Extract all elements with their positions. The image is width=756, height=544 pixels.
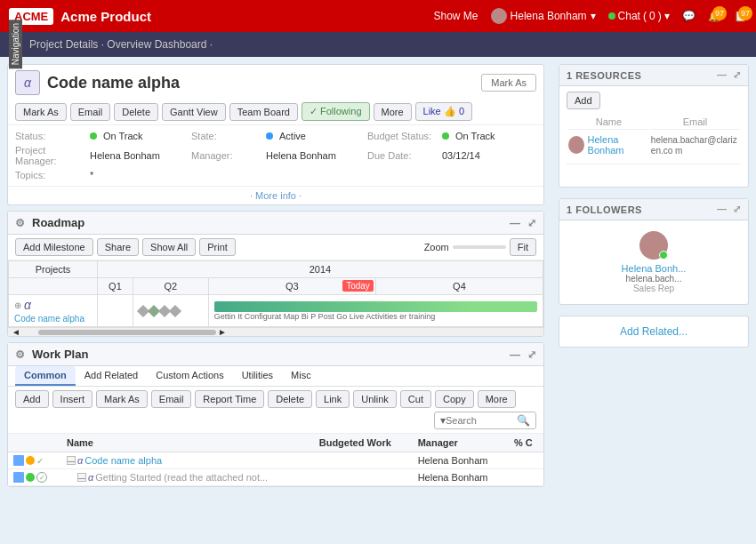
scroll-left-icon[interactable]: ◄: [12, 327, 20, 337]
collapse-button[interactable]: —: [67, 456, 76, 465]
gantt-bar: [214, 301, 537, 312]
like-button[interactable]: Like 👍 0: [415, 102, 472, 121]
wp-mark-as-button[interactable]: Mark As: [96, 390, 148, 408]
zoom-slider[interactable]: [453, 245, 506, 249]
add-related-button[interactable]: Add Related...: [620, 325, 688, 338]
chat-link[interactable]: Chat (0) ▾: [608, 10, 670, 22]
breadcrumb: Project Details · Overview Dashboard ·: [29, 38, 213, 51]
wp-insert-button[interactable]: Insert: [52, 390, 93, 408]
badge-1[interactable]: 🔔97: [708, 10, 721, 22]
project-name-link[interactable]: Code name alpha: [14, 314, 92, 324]
followers-controls: — ⤢: [717, 204, 741, 215]
row-icon-2: [26, 456, 35, 465]
followers-minimize-icon[interactable]: —: [717, 204, 728, 215]
wp-report-time-button[interactable]: Report Time: [195, 390, 264, 408]
roadmap-minimize-icon[interactable]: —: [510, 217, 520, 229]
user-menu[interactable]: Helena Bonham ▾: [491, 8, 596, 24]
q2-cell: [133, 295, 208, 327]
resource-name-link[interactable]: Helena Bonham: [588, 134, 649, 156]
q3-header: Q3 Today: [208, 278, 375, 295]
wp-unlink-button[interactable]: Unlink: [353, 390, 397, 408]
share-button[interactable]: Share: [97, 238, 139, 256]
item-text-2: Getting Started (read the attached not..…: [95, 472, 268, 483]
fit-button[interactable]: Fit: [510, 238, 536, 256]
mark-as-button[interactable]: Mark As: [15, 103, 67, 121]
wp-email-button[interactable]: Email: [151, 390, 192, 408]
wp-more-button[interactable]: More: [478, 390, 516, 408]
chat-status-dot: [608, 12, 615, 20]
add-resource-button[interactable]: Add: [567, 92, 600, 109]
collapse-button-2[interactable]: —: [77, 473, 86, 482]
main-layout: α Code name alpha Mark As Mark As Email …: [0, 57, 756, 544]
roadmap-expand-icon[interactable]: ⤢: [527, 217, 536, 229]
print-button[interactable]: Print: [199, 238, 236, 256]
scroll-thumb[interactable]: [38, 330, 216, 335]
followers-header: 1 FOLLOWERS — ⤢: [559, 199, 748, 220]
project-details-card: α Code name alpha Mark As Mark As Email …: [7, 64, 544, 205]
wp-add-button[interactable]: Add: [15, 390, 49, 408]
email-button[interactable]: Email: [70, 103, 111, 121]
wp-cut-button[interactable]: Cut: [400, 390, 431, 408]
row-name-cell: — α Code name alpha: [61, 452, 314, 469]
wp-link-button[interactable]: Link: [316, 390, 350, 408]
project-manager-field: Project Manager: Helena Bonham: [15, 145, 184, 166]
manager-field: Manager: Helena Bonham: [191, 145, 360, 166]
tab-utilities[interactable]: Utilities: [233, 366, 282, 386]
nav-right: Show Me Helena Bonham ▾ Chat (0) ▾ 💬 🔔97…: [434, 8, 747, 24]
badge-2[interactable]: 📋97: [734, 10, 747, 22]
q1-cell: [98, 295, 133, 327]
workplan-gear-icon[interactable]: ⚙: [15, 348, 25, 361]
tab-misc[interactable]: Misc: [282, 366, 320, 386]
tab-custom-actions[interactable]: Custom Actions: [147, 366, 232, 386]
wp-delete-button[interactable]: Delete: [268, 390, 312, 408]
following-button[interactable]: ✓ Following: [302, 102, 370, 121]
empty-col: [9, 278, 98, 295]
due-date-field: Due Date: 03/12/14: [367, 145, 536, 166]
roadmap-content: Projects 2014 Q1 Q2 Q3: [8, 260, 543, 327]
table-row: ✓ — α Getting Started (read the attached…: [8, 469, 543, 486]
notifications-icon[interactable]: 💬: [682, 10, 696, 22]
milestone-4[interactable]: [169, 304, 181, 316]
pct-cell-2: [509, 469, 543, 486]
gantt-view-button[interactable]: Gantt View: [162, 103, 226, 121]
wp-copy-button[interactable]: Copy: [435, 390, 474, 408]
tab-common[interactable]: Common: [15, 366, 76, 386]
follower-name[interactable]: Helena Bonh...: [622, 263, 687, 274]
state-field: State: Active: [191, 131, 360, 141]
budget-field: Budget Status: On Track: [367, 131, 536, 141]
gantt-bar-fill: [214, 301, 473, 312]
action-toolbar: Mark As Email Delete Gantt View Team Boa…: [8, 99, 543, 125]
show-me-link[interactable]: Show Me: [434, 10, 479, 22]
delete-button[interactable]: Delete: [114, 103, 158, 121]
roadmap-scrollbar[interactable]: ◄ ►: [8, 327, 543, 336]
add-milestone-button[interactable]: Add Milestone: [15, 238, 93, 256]
row-icons-cell: ✓: [8, 452, 61, 469]
workplan-header: ⚙ Work Plan — ⤢: [8, 343, 543, 366]
scroll-right-icon[interactable]: ►: [218, 327, 227, 337]
workplan-minimize-icon[interactable]: —: [510, 348, 520, 361]
col-manager: Manager: [413, 434, 509, 452]
team-board-button[interactable]: Team Board: [229, 103, 298, 121]
search-icon: 🔍: [517, 414, 530, 427]
more-info-toggle[interactable]: · More info ·: [8, 186, 543, 204]
roadmap-header: ⚙ Roadmap — ⤢: [8, 212, 543, 235]
tab-add-related[interactable]: Add Related: [76, 366, 148, 386]
more-button[interactable]: More: [374, 103, 412, 121]
resource-name-cell: Helena Bonham: [568, 132, 649, 158]
workplan-expand-icon[interactable]: ⤢: [527, 348, 536, 361]
table-row: ✓ — α Code name alpha Helena Bonham: [8, 452, 543, 469]
properties-button[interactable]: Mark As: [481, 74, 536, 92]
item-link-1[interactable]: Code name alpha: [84, 455, 162, 466]
resources-expand-icon[interactable]: ⤢: [733, 69, 742, 81]
avatar: [568, 136, 584, 154]
search-input[interactable]: [446, 415, 517, 426]
navigation-sidebar-toggle[interactable]: Navigation: [9, 20, 22, 68]
resources-minimize-icon[interactable]: —: [717, 69, 728, 81]
expand-icon[interactable]: ⊕: [14, 300, 21, 310]
followers-expand-icon[interactable]: ⤢: [733, 204, 742, 215]
milestone-labels: Gettin It Configurat Map Bi P Post Go Li…: [214, 312, 537, 321]
roadmap-gear-icon[interactable]: ⚙: [15, 217, 25, 229]
show-all-button[interactable]: Show All: [142, 238, 196, 256]
resources-card: 1 RESOURCES — ⤢ Add Name Email: [559, 64, 749, 188]
resource-email: helena.bachar@clarizen.co m: [651, 135, 737, 156]
